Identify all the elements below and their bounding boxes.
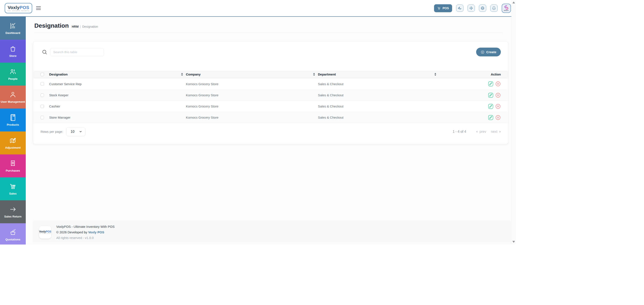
rows-per-page-value: 10	[71, 130, 74, 134]
table-header-row: Designation Company Department Action	[33, 70, 508, 78]
sidebar-item-label: Sales	[9, 192, 16, 195]
cart-icon	[437, 6, 441, 10]
prev-page-button[interactable]: prev	[476, 130, 486, 134]
table-row: Stock Keeper Komocs Grocery Store Sales …	[33, 89, 508, 101]
sidebar-item-adjustment[interactable]: Adjustment	[0, 131, 26, 154]
cell-company: Komocs Grocery Store	[186, 104, 318, 108]
sidebar-item-dashboard[interactable]: Dashboard	[0, 17, 26, 40]
row-checkbox[interactable]	[40, 105, 44, 108]
column-label: Department	[318, 72, 336, 76]
edit-button[interactable]	[488, 92, 494, 98]
sidebar-item-products[interactable]: Products	[0, 108, 26, 131]
footer-text: VoxlyPOS - Ultimate Inventory With POS ©…	[56, 224, 115, 241]
sidebar-item-people[interactable]: People	[0, 63, 26, 86]
sidebar-item-label: People	[8, 77, 18, 80]
avatar-caption: STOCKY	[504, 10, 509, 11]
pagination: 1 - 4 of 4 prev next	[452, 130, 501, 134]
dark-mode-button[interactable]	[456, 4, 464, 12]
book-icon	[9, 114, 16, 121]
sidebar-item-store[interactable]: Store	[0, 40, 26, 63]
next-page-button[interactable]: next	[491, 130, 501, 134]
footer-line1: VoxlyPOS - Ultimate Inventory With POS	[56, 224, 115, 230]
people-group-icon	[9, 68, 16, 75]
sidebar-item-label: Purchases	[6, 169, 20, 172]
sidebar-item-label: Adjustment	[5, 146, 21, 149]
sidebar-item-label: Quotations	[5, 238, 20, 241]
prev-arrow-icon	[476, 131, 478, 133]
user-avatar[interactable]: STOCKY	[502, 4, 511, 13]
sidebar-item-sales[interactable]: Sales	[0, 177, 26, 200]
chevron-down-icon	[79, 130, 82, 133]
cell-designation: Store Manager	[49, 116, 186, 119]
menu-toggle-button[interactable]	[36, 6, 41, 10]
table-bottom-border	[33, 123, 508, 123]
sidebar: Dashboard Store People User Management P…	[0, 17, 26, 245]
rows-per-page-label: Rows per page:	[40, 130, 63, 133]
column-label: Action	[491, 72, 501, 76]
cell-company: Komocs Grocery Store	[186, 82, 318, 86]
cell-actions	[439, 81, 501, 87]
logo-brand-secondary: POS	[20, 5, 29, 10]
create-button-label: Create	[486, 50, 496, 54]
sort-icon	[313, 73, 315, 76]
delete-button[interactable]	[495, 104, 501, 109]
rows-per-page-select[interactable]: 10	[66, 127, 86, 136]
row-checkbox[interactable]	[40, 82, 44, 86]
sidebar-item-quotations[interactable]: Quotations	[0, 223, 26, 245]
sidebar-item-sales-return[interactable]: Sales Return	[0, 200, 26, 223]
edit-button[interactable]	[488, 81, 494, 87]
scroll-up-arrow[interactable]	[512, 1, 515, 3]
cell-department: Sales & Checkout	[318, 116, 439, 119]
column-header-department[interactable]: Department	[318, 72, 439, 76]
sidebar-item-user-management[interactable]: User Management	[0, 86, 26, 108]
logo-brand-primary: Voxly	[39, 230, 46, 233]
designation-table-card: Create Designation Company Department	[33, 41, 508, 144]
breadcrumb-separator: |	[80, 25, 81, 28]
create-button[interactable]: Create	[476, 48, 501, 56]
breadcrumb-current: Designation	[82, 25, 98, 28]
receipt-icon	[9, 160, 16, 167]
edit-button[interactable]	[488, 104, 494, 109]
delete-button[interactable]	[495, 81, 501, 87]
footer-logo-text: VoxlyPOS	[39, 230, 51, 233]
topbar-actions: POS STOCKY	[434, 4, 511, 13]
sort-icon	[181, 73, 183, 76]
developer-link[interactable]: Voxly POS	[88, 230, 104, 234]
table-row: Store Manager Komocs Grocery Store Sales…	[33, 112, 508, 123]
column-header-action: Action	[439, 72, 501, 76]
language-button[interactable]	[479, 4, 486, 12]
edit-button[interactable]	[488, 115, 494, 120]
cart-icon	[9, 183, 16, 190]
pos-button[interactable]: POS	[434, 4, 452, 12]
delete-button[interactable]	[495, 92, 501, 98]
topbar: VoxlyPOS Fast. Innovative. Reliability P…	[0, 0, 516, 17]
cell-actions	[439, 104, 501, 109]
column-header-company[interactable]: Company	[186, 72, 318, 76]
cell-designation: Cashier	[49, 104, 186, 108]
scrollbar[interactable]	[511, 0, 516, 245]
sidebar-item-purchases[interactable]: Purchases	[0, 154, 26, 177]
shopping-bag-icon	[9, 45, 16, 52]
page-title: Designation	[34, 22, 69, 29]
logo-tagline: Fast. Innovative. Reliability	[7, 10, 30, 11]
scroll-down-arrow[interactable]	[512, 241, 515, 243]
dashboard-chart-icon	[9, 22, 16, 29]
search-input[interactable]	[50, 48, 104, 56]
logo-brand-secondary: POS	[46, 230, 51, 233]
notifications-button[interactable]	[490, 4, 498, 12]
basket-check-icon	[9, 229, 16, 236]
app-logo-text: VoxlyPOS	[8, 5, 29, 10]
select-all-checkbox[interactable]	[40, 73, 44, 76]
row-checkbox[interactable]	[40, 93, 44, 97]
arrow-right-icon	[9, 206, 16, 213]
page-header: Designation HRM | Designation	[26, 17, 511, 29]
cell-company: Komocs Grocery Store	[186, 116, 318, 119]
app-logo[interactable]: VoxlyPOS Fast. Innovative. Reliability	[5, 3, 32, 13]
column-header-designation[interactable]: Designation	[49, 72, 186, 76]
row-checkbox[interactable]	[40, 116, 44, 119]
fullscreen-button[interactable]	[468, 4, 475, 12]
app-window: VoxlyPOS Fast. Innovative. Reliability P…	[0, 0, 516, 245]
pagination-range: 1 - 4 of 4	[452, 130, 466, 134]
delete-button[interactable]	[495, 115, 501, 120]
breadcrumb-section: HRM	[72, 25, 78, 28]
